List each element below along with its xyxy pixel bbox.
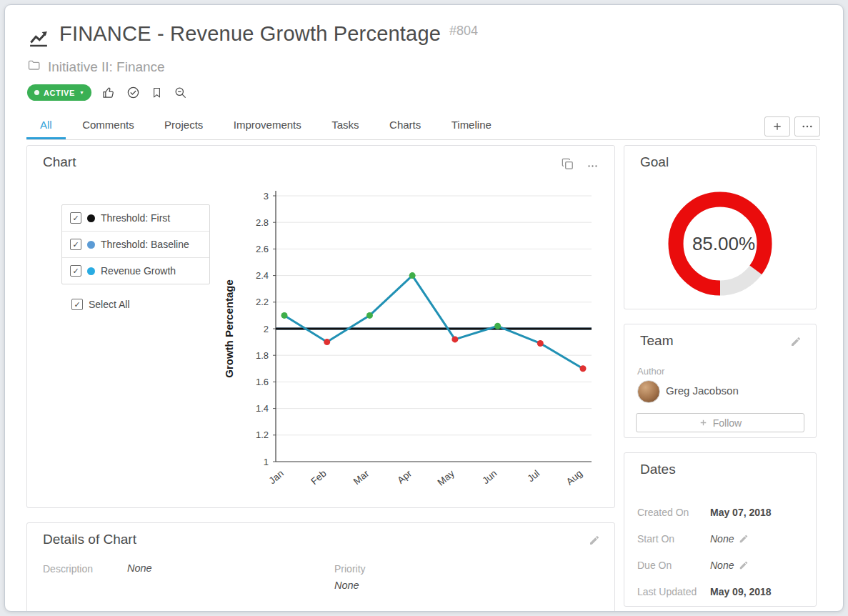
svg-text:Jun: Jun [480,468,499,486]
svg-text:Feb: Feb [309,468,328,487]
series-color-dot [87,241,95,249]
checkbox-checked-icon[interactable]: ✓ [70,212,81,224]
tab-charts[interactable]: Charts [376,113,434,139]
breadcrumb-label: Initiative II: Finance [48,59,165,75]
tab-bar: All Comments Projects Improvements Tasks… [26,113,820,140]
author-name: Greg Jacobson [666,384,739,397]
date-row-last-updated: Last Updated May 09, 2018 [637,578,806,605]
svg-text:Apr: Apr [395,467,414,485]
date-value: None [710,560,734,571]
date-row-created-on: Created On May 07, 2018 [637,499,806,525]
svg-text:Jul: Jul [525,468,542,485]
date-label: Start On [637,533,710,545]
svg-text:1: 1 [264,457,269,467]
svg-text:2.2: 2.2 [256,297,269,307]
more-options-button[interactable] [794,116,820,136]
description-value: None [127,562,152,574]
legend-label: Revenue Growth [101,265,176,277]
bookmark-icon[interactable] [151,86,163,99]
checkbox-checked-icon[interactable]: ✓ [71,299,83,310]
svg-text:1.8: 1.8 [256,350,269,361]
date-label: Due On [637,560,710,571]
tab-comments[interactable]: Comments [69,113,148,139]
date-label: Created On [637,507,710,518]
chart-card: Chart ✓ Threshold: First ✓ Threshold: Ba… [26,145,615,508]
goal-card-title: Goal [640,154,669,170]
legend-item-threshold-first[interactable]: ✓ Threshold: First [62,205,209,231]
series-color-dot [87,214,95,222]
svg-text:Growth Percentage: Growth Percentage [223,279,235,378]
dates-card-title: Dates [640,462,676,477]
edit-details-pencil-icon[interactable] [589,535,600,549]
edit-start-on-pencil-icon[interactable] [739,534,749,544]
tab-projects[interactable]: Projects [151,113,216,139]
legend-label: Threshold: First [101,212,170,224]
status-row: ACTIVE ▼ [27,84,187,101]
date-value: May 07, 2018 [710,507,772,518]
tab-improvements[interactable]: Improvements [220,113,315,139]
line-chart: 11.21.41.61.822.22.42.62.83JanFebMarAprM… [204,179,604,499]
chart-legend: ✓ Threshold: First ✓ Threshold: Baseline… [61,204,210,284]
follow-label: Follow [713,417,742,429]
svg-text:2: 2 [264,324,269,334]
priority-value: None [334,580,359,591]
copy-icon[interactable] [561,157,574,174]
date-value: None [710,533,734,545]
trend-chart-icon [26,26,51,51]
date-row-start-on: Start On None [637,525,806,552]
svg-text:2.6: 2.6 [256,244,269,254]
priority-label: Priority [334,563,366,575]
svg-text:1.2: 1.2 [256,429,269,440]
details-card: Details of Chart Description None Priori… [26,522,615,612]
chart-card-title: Chart [43,154,76,170]
plus-icon [699,418,708,427]
legend-item-threshold-baseline[interactable]: ✓ Threshold: Baseline [62,231,209,257]
caret-down-icon: ▼ [79,90,85,95]
goal-percentage: 85.00% [692,233,755,255]
date-row-due-on: Due On None [637,552,806,578]
breadcrumb[interactable]: Initiative II: Finance [27,58,165,76]
status-dot-icon [34,90,39,95]
team-card: Team Author Greg Jacobson Follow [624,324,817,438]
team-card-title: Team [640,333,673,349]
avatar [637,380,660,403]
svg-text:3: 3 [264,191,269,202]
date-rows: Created On May 07, 2018 Start On None Du… [637,499,806,605]
page: FINANCE - Revenue Growth Percentage #804… [4,4,844,612]
status-label: ACTIVE [44,89,75,97]
check-circle-icon[interactable] [126,86,140,99]
item-number: #804 [449,24,478,39]
tab-actions [764,116,820,136]
edit-team-pencil-icon[interactable] [790,336,802,350]
thumbs-up-icon[interactable] [102,86,116,99]
tab-all[interactable]: All [26,113,66,139]
svg-text:Jan: Jan [267,468,286,486]
description-label: Description [43,563,93,575]
author-label: Author [637,366,664,377]
dates-card: Dates Created On May 07, 2018 Start On N… [624,452,817,607]
svg-text:May: May [436,468,457,488]
details-card-title: Details of Chart [43,532,136,547]
tab-timeline[interactable]: Timeline [438,113,505,139]
legend-item-revenue-growth[interactable]: ✓ Revenue Growth [62,257,209,284]
svg-text:1.6: 1.6 [256,377,269,387]
tab-tasks[interactable]: Tasks [318,113,372,139]
follow-button[interactable]: Follow [636,413,804,432]
checkbox-checked-icon[interactable]: ✓ [70,265,81,277]
add-widget-button[interactable] [764,116,790,136]
edit-due-on-pencil-icon[interactable] [739,560,749,570]
svg-text:2.4: 2.4 [256,270,269,281]
svg-text:Aug: Aug [564,468,584,487]
card-menu-icon[interactable] [587,160,599,175]
page-header: FINANCE - Revenue Growth Percentage #804 [26,22,478,51]
date-value: May 09, 2018 [710,586,772,597]
checkbox-checked-icon[interactable]: ✓ [70,239,81,250]
select-all-checkbox[interactable]: ✓ Select All [71,299,130,310]
zoom-out-icon[interactable] [174,86,187,99]
svg-text:1.4: 1.4 [256,403,269,414]
goal-card: Goal 85.00% [624,145,817,309]
svg-text:Mar: Mar [351,467,371,487]
status-badge[interactable]: ACTIVE ▼ [27,84,91,101]
folder-icon [27,58,41,76]
legend-label: Threshold: Baseline [101,239,189,250]
